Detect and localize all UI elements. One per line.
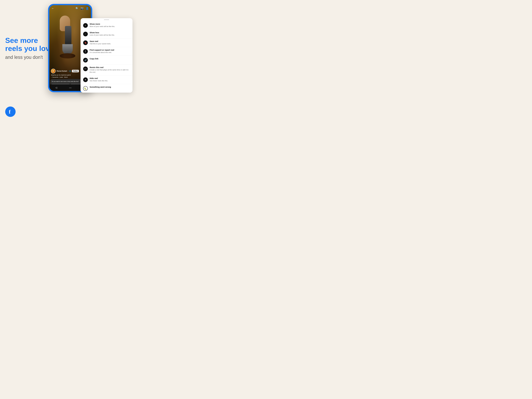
save-reel-desc: Add this to your saved reels. bbox=[90, 43, 130, 45]
camera-icon[interactable]: 📷 bbox=[81, 7, 84, 10]
hide-reel-icon: ✕ bbox=[83, 77, 88, 82]
show-more-title: Show more bbox=[90, 23, 130, 25]
dropdown-remix-item[interactable]: ↺+ Remix this reel Create a reel that pl… bbox=[81, 64, 133, 75]
show-more-less-section: + Show more More of your reels will be l… bbox=[81, 21, 133, 38]
user-name[interactable]: Reena Kumari bbox=[57, 70, 67, 72]
show-less-title: Show less bbox=[90, 32, 130, 34]
dropdown-something-wrong-item[interactable]: 🐛 Something went wrong bbox=[81, 84, 133, 93]
hide-reel-section: ✕ Hide reel See fewer reels like this. bbox=[81, 75, 133, 84]
bug-icon: 🐛 bbox=[83, 86, 88, 91]
hide-reel-title: Hide reel bbox=[90, 77, 130, 79]
save-reel-title: Save reel bbox=[90, 40, 130, 42]
remix-section: ↺+ Remix this reel Create a reel that pl… bbox=[81, 64, 133, 75]
nav-home-icon[interactable]: — bbox=[69, 86, 72, 89]
facebook-logo: f bbox=[5, 107, 16, 117]
topbar-right-icons: 🔍 📷 👤 bbox=[76, 7, 89, 10]
user-avatar: R bbox=[51, 69, 56, 73]
show-less-desc: Less of your reels will be like this. bbox=[90, 34, 130, 36]
hide-reel-desc: See fewer reels like this. bbox=[90, 80, 130, 82]
portafilter-shape bbox=[62, 44, 73, 55]
verified-badge: ✓ bbox=[68, 70, 69, 72]
find-support-desc: I'm concerned about this reel. bbox=[90, 51, 130, 54]
music-note-icon: ♪ bbox=[51, 76, 51, 78]
copy-link-text: Copy link bbox=[90, 57, 130, 60]
find-support-text: Find support or report reel I'm concerne… bbox=[90, 49, 130, 54]
show-more-desc: More of your reels will be like this. bbox=[90, 25, 130, 28]
dropdown-show-more-item[interactable]: + Show more More of your reels will be l… bbox=[81, 21, 133, 30]
back-icon[interactable]: ← bbox=[51, 7, 54, 10]
headline-line2: reels you love bbox=[5, 44, 54, 52]
dropdown-show-less-item[interactable]: − Show less Less of your reels will be l… bbox=[81, 30, 133, 38]
music-text: Cassandra · Lower · bbox=[52, 76, 64, 78]
copy-link-icon: 🔗 bbox=[83, 58, 88, 63]
search-icon[interactable]: 🔍 bbox=[76, 7, 79, 10]
user-name-area: Reena Kumari ✓ 🌐 bbox=[57, 70, 71, 72]
profile-icon[interactable]: 👤 bbox=[86, 7, 89, 10]
dropdown-find-support-item[interactable]: ! Find support or report reel I'm concer… bbox=[81, 47, 133, 56]
left-content: See more reels you love and less you don… bbox=[5, 36, 55, 60]
headline: See more reels you love bbox=[5, 36, 55, 52]
show-more-icon: + bbox=[83, 23, 88, 28]
follow-button[interactable]: Follow bbox=[72, 70, 79, 72]
dropdown-copy-link-item[interactable]: 🔗 Copy link bbox=[81, 56, 133, 64]
hide-reel-text: Hide reel See fewer reels like this. bbox=[90, 77, 130, 82]
show-more-text: Show more More of your reels will be lik… bbox=[90, 23, 130, 28]
dropdown-save-reel-item[interactable]: 🔖 Save reel Add this to your saved reels… bbox=[81, 38, 133, 47]
remix-title: Remix this reel bbox=[90, 66, 130, 69]
headline-line1: See more bbox=[5, 36, 38, 44]
tamper-shape bbox=[65, 26, 71, 45]
dropdown-handle bbox=[104, 19, 109, 20]
find-support-section: ! Find support or report reel I'm concer… bbox=[81, 47, 133, 56]
subheadline: and less you don't bbox=[5, 54, 55, 60]
dropdown-hide-reel-item[interactable]: ✕ Hide reel See fewer reels like this. bbox=[81, 75, 133, 84]
copy-link-section: 🔗 Copy link bbox=[81, 56, 133, 64]
find-support-title: Find support or report reel bbox=[90, 49, 130, 51]
copy-link-title: Copy link bbox=[90, 57, 130, 60]
globe-icon: 🌐 bbox=[69, 70, 71, 72]
save-reel-section: 🔖 Save reel Add this to your saved reels… bbox=[81, 38, 133, 47]
remix-icon: ↺+ bbox=[83, 66, 88, 71]
something-wrong-section: 🐛 Something went wrong bbox=[81, 84, 133, 93]
something-wrong-title: Something went wrong bbox=[90, 86, 130, 88]
save-reel-text: Save reel Add this to your saved reels. bbox=[90, 40, 130, 45]
coffee-grinds-shape bbox=[60, 53, 75, 58]
show-less-icon: − bbox=[83, 32, 88, 36]
find-support-icon: ! bbox=[83, 49, 88, 54]
save-reel-icon: 🔖 bbox=[83, 40, 88, 45]
dropdown-panel: + Show more More of your reels will be l… bbox=[81, 18, 133, 93]
remix-text: Remix this reel Create a reel that plays… bbox=[90, 66, 130, 73]
show-less-text: Show less Less of your reels will be lik… bbox=[90, 32, 130, 36]
something-wrong-text: Something went wrong bbox=[90, 86, 130, 88]
remix-desc: Create a reel that plays at the same tim… bbox=[90, 69, 130, 73]
music-extra: bloom bbox=[64, 76, 68, 78]
phone-topbar: ← 🔍 📷 👤 bbox=[49, 5, 91, 12]
nav-back-icon[interactable]: ◁ bbox=[55, 86, 57, 89]
svg-text:f: f bbox=[9, 109, 11, 114]
